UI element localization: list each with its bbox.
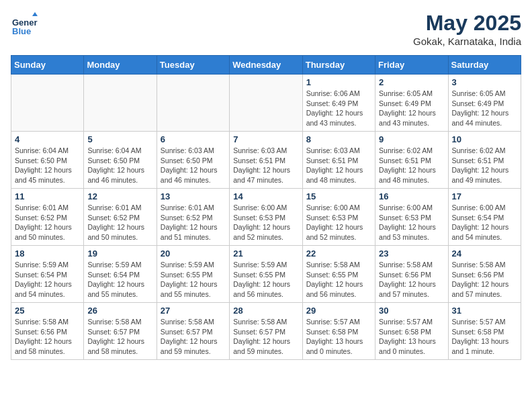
title-block: May 2025 Gokak, Karnataka, India	[413, 11, 521, 47]
svg-marker-2	[32, 12, 38, 16]
day-number: 20	[161, 248, 226, 259]
day-header-friday: Friday	[375, 56, 448, 75]
day-header-monday: Monday	[84, 56, 157, 75]
calendar-cell: 29Sunrise: 5:57 AMSunset: 6:58 PMDayligh…	[302, 303, 375, 360]
day-info: Sunrise: 6:04 AMSunset: 6:50 PMDaylight:…	[87, 146, 152, 185]
day-info: Sunrise: 6:02 AMSunset: 6:51 PMDaylight:…	[379, 146, 444, 185]
calendar-cell: 12Sunrise: 6:01 AMSunset: 6:52 PMDayligh…	[84, 189, 157, 246]
day-number: 5	[87, 134, 152, 144]
day-number: 24	[452, 248, 517, 259]
day-number: 10	[452, 134, 517, 144]
day-info: Sunrise: 6:03 AMSunset: 6:50 PMDaylight:…	[161, 146, 226, 185]
day-number: 16	[379, 191, 444, 201]
day-number: 2	[379, 77, 444, 87]
logo-icon: General Blue	[11, 11, 38, 38]
day-info: Sunrise: 6:02 AMSunset: 6:51 PMDaylight:…	[452, 146, 517, 185]
day-info: Sunrise: 5:59 AMSunset: 6:54 PMDaylight:…	[15, 260, 80, 300]
month-title: May 2025	[413, 11, 521, 36]
calendar-cell: 26Sunrise: 5:58 AMSunset: 6:57 PMDayligh…	[84, 303, 157, 360]
day-number: 19	[87, 248, 152, 259]
calendar-cell	[11, 75, 84, 132]
day-info: Sunrise: 6:00 AMSunset: 6:54 PMDaylight:…	[452, 203, 517, 242]
day-info: Sunrise: 6:03 AMSunset: 6:51 PMDaylight:…	[306, 146, 371, 185]
day-info: Sunrise: 6:00 AMSunset: 6:53 PMDaylight:…	[306, 203, 371, 242]
day-info: Sunrise: 5:58 AMSunset: 6:57 PMDaylight:…	[161, 317, 226, 357]
day-number: 22	[306, 248, 371, 259]
day-info: Sunrise: 6:05 AMSunset: 6:49 PMDaylight:…	[452, 89, 517, 128]
calendar-cell: 6Sunrise: 6:03 AMSunset: 6:50 PMDaylight…	[157, 132, 229, 189]
calendar-cell	[157, 75, 229, 132]
day-info: Sunrise: 5:58 AMSunset: 6:55 PMDaylight:…	[306, 260, 371, 300]
calendar-cell: 18Sunrise: 5:59 AMSunset: 6:54 PMDayligh…	[11, 246, 84, 303]
calendar-cell: 27Sunrise: 5:58 AMSunset: 6:57 PMDayligh…	[157, 303, 229, 360]
calendar-cell	[230, 75, 302, 132]
calendar-cell: 2Sunrise: 6:05 AMSunset: 6:49 PMDaylight…	[375, 75, 448, 132]
day-number: 11	[15, 191, 80, 201]
week-row-1: 1Sunrise: 6:06 AMSunset: 6:49 PMDaylight…	[11, 75, 521, 132]
day-number: 21	[233, 248, 298, 259]
calendar-cell: 1Sunrise: 6:06 AMSunset: 6:49 PMDaylight…	[302, 75, 375, 132]
calendar-cell: 7Sunrise: 6:03 AMSunset: 6:51 PMDaylight…	[230, 132, 302, 189]
day-info: Sunrise: 6:01 AMSunset: 6:52 PMDaylight:…	[161, 203, 226, 242]
day-number: 25	[15, 306, 80, 316]
day-info: Sunrise: 5:57 AMSunset: 6:58 PMDaylight:…	[306, 317, 371, 357]
day-header-saturday: Saturday	[448, 56, 521, 75]
day-number: 13	[161, 191, 226, 201]
calendar-cell: 3Sunrise: 6:05 AMSunset: 6:49 PMDaylight…	[448, 75, 521, 132]
day-number: 1	[306, 77, 371, 87]
calendar-cell: 5Sunrise: 6:04 AMSunset: 6:50 PMDaylight…	[84, 132, 157, 189]
day-number: 27	[161, 306, 226, 316]
day-info: Sunrise: 5:57 AMSunset: 6:58 PMDaylight:…	[379, 317, 444, 357]
day-info: Sunrise: 6:00 AMSunset: 6:53 PMDaylight:…	[233, 203, 298, 242]
location: Gokak, Karnataka, India	[413, 36, 521, 47]
week-row-5: 25Sunrise: 5:58 AMSunset: 6:56 PMDayligh…	[11, 303, 521, 360]
calendar-cell: 14Sunrise: 6:00 AMSunset: 6:53 PMDayligh…	[230, 189, 302, 246]
day-number: 4	[15, 134, 80, 144]
day-number: 7	[233, 134, 298, 144]
calendar-table: SundayMondayTuesdayWednesdayThursdayFrid…	[11, 55, 521, 360]
day-info: Sunrise: 5:58 AMSunset: 6:57 PMDaylight:…	[233, 317, 298, 357]
day-info: Sunrise: 5:58 AMSunset: 6:56 PMDaylight:…	[379, 260, 444, 300]
day-info: Sunrise: 5:58 AMSunset: 6:56 PMDaylight:…	[15, 317, 80, 357]
calendar-cell: 30Sunrise: 5:57 AMSunset: 6:58 PMDayligh…	[375, 303, 448, 360]
calendar-cell: 9Sunrise: 6:02 AMSunset: 6:51 PMDaylight…	[375, 132, 448, 189]
day-number: 30	[379, 306, 444, 316]
day-info: Sunrise: 6:00 AMSunset: 6:53 PMDaylight:…	[379, 203, 444, 242]
day-info: Sunrise: 6:01 AMSunset: 6:52 PMDaylight:…	[87, 203, 152, 242]
calendar-cell: 10Sunrise: 6:02 AMSunset: 6:51 PMDayligh…	[448, 132, 521, 189]
day-number: 26	[87, 306, 152, 316]
calendar-cell: 11Sunrise: 6:01 AMSunset: 6:52 PMDayligh…	[11, 189, 84, 246]
day-number: 3	[452, 77, 517, 87]
day-info: Sunrise: 5:59 AMSunset: 6:55 PMDaylight:…	[233, 260, 298, 300]
calendar-cell: 15Sunrise: 6:00 AMSunset: 6:53 PMDayligh…	[302, 189, 375, 246]
day-info: Sunrise: 5:58 AMSunset: 6:57 PMDaylight:…	[87, 317, 152, 357]
day-info: Sunrise: 6:01 AMSunset: 6:52 PMDaylight:…	[15, 203, 80, 242]
logo: General Blue	[11, 11, 40, 38]
calendar-cell: 8Sunrise: 6:03 AMSunset: 6:51 PMDaylight…	[302, 132, 375, 189]
day-number: 17	[452, 191, 517, 201]
calendar-header-row: SundayMondayTuesdayWednesdayThursdayFrid…	[11, 56, 521, 75]
week-row-4: 18Sunrise: 5:59 AMSunset: 6:54 PMDayligh…	[11, 246, 521, 303]
day-info: Sunrise: 6:06 AMSunset: 6:49 PMDaylight:…	[306, 89, 371, 128]
calendar-cell: 21Sunrise: 5:59 AMSunset: 6:55 PMDayligh…	[230, 246, 302, 303]
day-number: 15	[306, 191, 371, 201]
calendar-cell: 22Sunrise: 5:58 AMSunset: 6:55 PMDayligh…	[302, 246, 375, 303]
calendar-cell: 19Sunrise: 5:59 AMSunset: 6:54 PMDayligh…	[84, 246, 157, 303]
svg-text:Blue: Blue	[12, 26, 31, 36]
calendar-cell: 24Sunrise: 5:58 AMSunset: 6:56 PMDayligh…	[448, 246, 521, 303]
calendar-cell: 23Sunrise: 5:58 AMSunset: 6:56 PMDayligh…	[375, 246, 448, 303]
day-info: Sunrise: 6:03 AMSunset: 6:51 PMDaylight:…	[233, 146, 298, 185]
day-info: Sunrise: 5:59 AMSunset: 6:55 PMDaylight:…	[161, 260, 226, 300]
day-info: Sunrise: 6:04 AMSunset: 6:50 PMDaylight:…	[15, 146, 80, 185]
day-header-thursday: Thursday	[302, 56, 375, 75]
day-number: 31	[452, 306, 517, 316]
calendar-cell	[84, 75, 157, 132]
day-number: 9	[379, 134, 444, 144]
day-header-sunday: Sunday	[11, 56, 84, 75]
calendar-cell: 4Sunrise: 6:04 AMSunset: 6:50 PMDaylight…	[11, 132, 84, 189]
day-header-wednesday: Wednesday	[230, 56, 302, 75]
day-number: 23	[379, 248, 444, 259]
calendar-cell: 13Sunrise: 6:01 AMSunset: 6:52 PMDayligh…	[157, 189, 229, 246]
day-number: 12	[87, 191, 152, 201]
calendar-cell: 17Sunrise: 6:00 AMSunset: 6:54 PMDayligh…	[448, 189, 521, 246]
